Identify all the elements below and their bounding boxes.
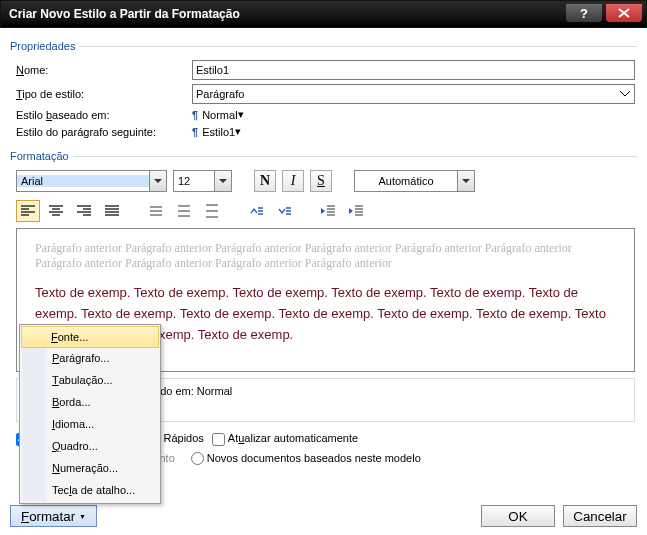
bold-button[interactable]: N	[254, 170, 276, 192]
font-size-dropdown[interactable]	[214, 170, 232, 192]
line-spacing-1-5-button[interactable]	[172, 200, 196, 222]
indent-decrease-button[interactable]	[316, 200, 340, 222]
ok-button[interactable]: OK	[481, 505, 555, 527]
font-family-dropdown[interactable]	[149, 170, 167, 192]
italic-button[interactable]: I	[282, 170, 304, 192]
format-button[interactable]: Formatar▼	[10, 505, 97, 527]
window-title: Criar Novo Estilo a Partir da Formatação	[9, 7, 240, 21]
space-before-dec-button[interactable]	[272, 200, 296, 222]
paragraph-mark-icon: ¶	[192, 109, 198, 121]
underline-button[interactable]: S	[310, 170, 332, 192]
indent-increase-button[interactable]	[344, 200, 368, 222]
following-select[interactable]: ¶ Estilo1 ▾	[192, 125, 243, 138]
menu-tabs[interactable]: Tabulação...	[22, 369, 158, 391]
align-left-button[interactable]	[16, 200, 40, 222]
menu-border[interactable]: Borda...	[22, 391, 158, 413]
based-on-label: Estilo baseado em:	[16, 109, 192, 121]
close-button[interactable]	[606, 4, 642, 22]
menu-font[interactable]: Fonte...	[21, 326, 159, 348]
type-label: Tipo de estilo:	[16, 88, 192, 100]
menu-paragraph[interactable]: Parágrafo...	[22, 347, 158, 369]
type-select[interactable]: Parágrafo	[192, 84, 635, 104]
name-input[interactable]	[192, 60, 635, 80]
chevron-down-icon: ▾	[235, 125, 241, 138]
align-justify-button[interactable]	[100, 200, 124, 222]
chevron-down-icon: ▼	[79, 513, 86, 520]
paragraph-mark-icon: ¶	[192, 126, 198, 138]
font-color-select[interactable]: Automático	[354, 170, 458, 192]
properties-header: Propriedades	[10, 40, 637, 52]
help-button[interactable]: ?	[566, 4, 602, 22]
auto-update-check[interactable]: Atualizar automaticamente	[212, 432, 358, 446]
menu-shortcut-key[interactable]: Tecla de atalho...	[22, 479, 158, 501]
font-family-select[interactable]: Arial	[16, 170, 150, 192]
align-right-button[interactable]	[72, 200, 96, 222]
based-on-select[interactable]: ¶ Normal ▾	[192, 108, 246, 121]
menu-frame[interactable]: Quadro...	[22, 435, 158, 457]
space-before-inc-button[interactable]	[244, 200, 268, 222]
following-label: Estilo do parágrafo seguinte:	[16, 126, 192, 138]
formatting-header: Formatação	[10, 150, 637, 162]
close-icon	[617, 8, 631, 18]
new-docs-radio[interactable]: Novos documentos baseados neste modelo	[191, 452, 421, 466]
line-spacing-2-button[interactable]	[200, 200, 224, 222]
align-center-button[interactable]	[44, 200, 68, 222]
preview-prev-paragraph: Parágrafo anterior Parágrafo anterior Pa…	[35, 241, 616, 271]
cancel-button[interactable]: Cancelar	[563, 505, 637, 527]
properties-label: Propriedades	[10, 40, 75, 52]
formatting-label: Formatação	[10, 150, 69, 162]
chevron-down-icon: ▾	[238, 108, 244, 121]
font-color-dropdown[interactable]	[457, 170, 475, 192]
format-menu: Fonte... Parágrafo... Tabulação... Borda…	[19, 324, 161, 504]
title-bar: Criar Novo Estilo a Partir da Formatação…	[0, 0, 647, 28]
menu-language[interactable]: Idioma...	[22, 413, 158, 435]
name-label: Nome:	[16, 64, 192, 76]
font-size-select[interactable]: 12	[173, 170, 215, 192]
line-spacing-1-button[interactable]	[144, 200, 168, 222]
menu-numbering[interactable]: Numeração...	[22, 457, 158, 479]
